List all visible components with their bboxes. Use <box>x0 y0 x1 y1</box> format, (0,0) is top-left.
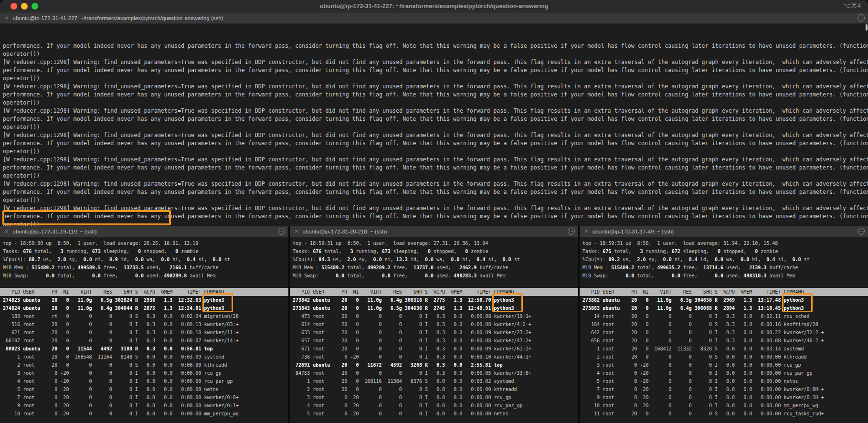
window-title: ubuntu@ip-172-31-41-227: ~/transformers/… <box>0 3 868 10</box>
monitor-pane-3: × ubuntu@ip-172-31-17-49: ~ (ssh) ⋯ top … <box>580 226 868 423</box>
terminal-line: 614 root 20 0 0 0 0 I 0.3 0.0 0:00.08 kw… <box>290 320 578 328</box>
terminal-line: 9 root 0 -20 0 0 0 I 0.0 0.0 0:00.00 kwo… <box>580 393 868 402</box>
terminal-line: 3 root 0 -20 0 0 0 I 0.0 0.0 0:00.00 rcu… <box>290 393 578 402</box>
terminal-line: [W reducer.cpp:1298] Warning: find_unuse… <box>0 204 868 212</box>
terminal-line: 516 root 20 0 0 0 0 I 0.3 0.0 0:00.13 kw… <box>0 320 288 328</box>
terminal-line: 473 root 20 0 0 0 0 I 0.3 0.0 0:00.08 kw… <box>290 312 578 320</box>
terminal-line: [W reducer.cpp:1298] Warning: find_unuse… <box>0 156 868 164</box>
pane1-tab[interactable]: × ubuntu@ip-172-31-19-119: ~ (ssh) ⋯ <box>0 226 288 237</box>
terminal-line: 1 root 20 0 168116 11384 8376 S 0.0 0.0 … <box>290 377 578 385</box>
terminal-line: Tasks: 676 total, 3 running, 673 sleepin… <box>290 247 578 255</box>
pane3-top-output[interactable]: top - 18:59:31 up 8:50, 1 user, load ave… <box>580 237 868 418</box>
pane2-tab-title: ubuntu@ip-172-31-20-218: ~ (ssh) <box>303 229 387 234</box>
main-tab[interactable]: × ubuntu@ip-172-31-41-227: ~/transformer… <box>0 12 868 24</box>
pane2-top-output[interactable]: top - 18:59:31 up 8:50, 1 user, load ave… <box>290 237 578 418</box>
pane1-tab-title: ubuntu@ip-172-31-19-119: ~ (ssh) <box>13 229 97 234</box>
terminal-line: operator()) <box>0 196 868 204</box>
pane3-tab-title: ubuntu@ip-172-31-17-49: ~ (ssh) <box>593 229 674 234</box>
tab-menu-icon[interactable]: ⋯ <box>278 228 285 235</box>
terminal-line: 4 root 0 -20 0 0 0 I 0.0 0.0 0:00.00 rcu… <box>290 402 578 410</box>
terminal-line: performance. If your model indeed never … <box>0 139 868 148</box>
terminal-line: performance. If your model indeed never … <box>0 115 868 123</box>
terminal-line: 86107 root 20 0 0 0 0 I 0.3 0.0 0:00.07 … <box>0 337 288 345</box>
monitor-pane-1: × ubuntu@ip-172-31-19-119: ~ (ssh) ⋯ top… <box>0 226 288 423</box>
terminal-line: 2 root 20 0 0 0 0 S 0.0 0.0 0:00.00 kthr… <box>580 353 868 361</box>
tab-menu-icon[interactable]: ⋯ <box>857 14 865 21</box>
close-tab-icon[interactable]: × <box>5 15 9 21</box>
terminal-line: 3 root 0 -20 0 0 0 I 0.0 0.0 0:00.00 rcu… <box>580 361 868 369</box>
terminal-line: 3 root 0 -20 0 0 0 I 0.0 0.0 0:00.00 rcu… <box>0 369 288 377</box>
terminal-line <box>0 280 288 288</box>
terminal-line: operator()) <box>0 172 868 180</box>
terminal-line: Tasks: 676 total, 3 running, 673 sleepin… <box>0 247 288 255</box>
terminal-line: 274824 ubuntu 20 0 11.0g 6.4g 304044 R 2… <box>0 304 288 312</box>
terminal-line: operator()) <box>0 148 868 156</box>
terminal-line: performance. If your model indeed never … <box>0 42 868 50</box>
training-terminal-pane[interactable]: performance. If your model indeed never … <box>0 24 868 226</box>
terminal-line: 2 root 20 0 0 0 0 S 0.0 0.0 0:00.00 kthr… <box>290 385 578 393</box>
terminal-line: 183 root rt 0 0 0 0 S 0.3 0.0 0:02.04 mi… <box>0 312 288 320</box>
terminal-line: 11 root 20 0 0 0 0 S 0.0 0.0 0:00.00 rcu… <box>580 410 868 418</box>
terminal-line: 5 root 0 -20 0 0 0 I 0.0 0.0 0:00.00 net… <box>580 377 868 385</box>
terminal-line: 274823 ubuntu 20 0 11.0g 6.5g 302824 R 2… <box>0 296 288 304</box>
pane3-tab[interactable]: × ubuntu@ip-172-31-17-49: ~ (ssh) ⋯ <box>580 226 868 237</box>
terminal-line: 88023 ubuntu 20 0 11544 4492 3188 R 0.3 … <box>0 345 288 353</box>
terminal-line: MiB Mem : 515489.2 total, 499589.5 free,… <box>0 264 288 272</box>
window-shortcut-hint: ⌥⌘4 <box>843 2 861 9</box>
terminal-line: 5 root 0 -20 0 0 0 I 0.0 0.0 0:00.00 net… <box>290 410 578 418</box>
close-tab-icon[interactable]: × <box>5 228 9 234</box>
terminal-line: performance. If your model indeed never … <box>0 66 868 74</box>
terminal-line: top - 18:59:30 up 8:50, 1 user, load ave… <box>0 239 288 247</box>
terminal-line: 72691 ubuntu 20 0 11672 4592 3268 R 0.3 … <box>290 361 578 369</box>
terminal-line: 7 root 0 -20 0 0 0 I 0.0 0.0 0:00.00 kwo… <box>580 385 868 393</box>
terminal-line: 10 root 0 -20 0 0 0 I 0.0 0.0 0:00.00 mm… <box>580 402 868 410</box>
terminal-line <box>290 280 578 288</box>
main-tab-title: ubuntu@ip-172-31-41-227: ~/transformers/… <box>13 15 223 21</box>
terminal-line: [W reducer.cpp:1298] Warning: find_unuse… <box>0 107 868 115</box>
terminal-line: %Cpu(s): 88.7 us, 2.0 sy, 0.0 ni, 8.9 id… <box>0 255 288 264</box>
terminal-line: 184 root 20 0 0 0 0 S 0.3 0.0 0:00.16 ks… <box>580 320 868 328</box>
terminal-line: 5 root 0 -20 0 0 0 I 0.0 0.0 0:00.00 net… <box>0 385 288 393</box>
zoom-window-button[interactable] <box>32 3 38 10</box>
pane2-tab[interactable]: × ubuntu@ip-172-31-20-218: ~ (ssh) ⋯ <box>290 226 578 237</box>
terminal-line: 657 root 20 0 0 0 0 I 0.3 0.0 0:00.08 kw… <box>290 337 578 345</box>
close-window-button[interactable] <box>11 3 17 10</box>
training-terminal-output: performance. If your model indeed never … <box>0 42 868 226</box>
terminal-line: 273843 ubuntu 20 0 11.0g 6.5g 304636 R 2… <box>290 304 578 312</box>
terminal-line: 2 root 20 0 0 0 0 S 0.0 0.0 0:00.00 kthr… <box>0 361 288 369</box>
terminal-line: 656 root 20 0 0 0 0 I 0.3 0.0 0:00.08 kw… <box>580 337 868 345</box>
terminal-line: operator()) <box>0 99 868 107</box>
terminal-line: 14 root 20 0 0 0 0 I 0.3 0.0 0:02.11 rcu… <box>580 312 868 320</box>
tab-menu-icon[interactable]: ⋯ <box>857 228 865 235</box>
terminal-line: %Cpu(s): 84.3 us, 2.0 sy, 0.0 ni, 13.3 i… <box>290 255 578 264</box>
pane1-top-output[interactable]: top - 18:59:30 up 8:50, 1 user, load ave… <box>0 237 288 418</box>
terminal-line: [W reducer.cpp:1298] Warning: find_unuse… <box>0 131 868 139</box>
terminal-line: operator()) <box>0 123 868 131</box>
terminal-line: 273882 ubuntu 20 0 11.0g 6.5g 304656 R 2… <box>580 296 868 304</box>
terminal-line: Tasks: 675 total, 3 running, 672 sleepin… <box>580 247 868 255</box>
terminal-line: MiB Swap: 0.0 total, 0.0 free, 0.0 used.… <box>580 272 868 280</box>
terminal-line: 633 root 20 0 0 0 0 I 0.3 0.0 0:00.09 kw… <box>290 328 578 337</box>
terminal-line: MiB Swap: 0.0 total, 0.0 free, 0.0 used.… <box>290 272 578 280</box>
terminal-line: %Cpu(s): 89.2 us, 2.0 sy, 0.0 ni, 8.4 id… <box>580 255 868 264</box>
terminal-line: operator()) <box>0 50 868 58</box>
tab-menu-icon[interactable]: ⋯ <box>568 228 575 235</box>
minimize-window-button[interactable] <box>21 3 28 10</box>
terminal-line: 1 root 20 0 168412 11332 8328 S 0.0 0.0 … <box>580 345 868 353</box>
terminal-line: performance. If your model indeed never … <box>0 188 868 196</box>
terminal-line: PID USER PR NI VIRT RES SHR S %CPU %MEM … <box>0 288 288 296</box>
title-bar: ubuntu@ip-172-31-41-227: ~/transformers/… <box>0 0 868 12</box>
close-tab-icon[interactable]: × <box>584 228 588 234</box>
terminal-line: 7 root 0 -20 0 0 0 I 0.0 0.0 0:00.00 kwo… <box>0 393 288 402</box>
terminal-line: 273842 ubuntu 20 0 11.0g 6.4g 306316 R 2… <box>290 296 578 304</box>
traffic-lights <box>11 3 38 10</box>
terminal-line: MiB Mem : 515489.2 total, 499289.2 free,… <box>290 264 578 272</box>
terminal-line: top - 18:59:31 up 8:50, 1 user, load ave… <box>290 239 578 247</box>
terminal-line: operator()) <box>0 221 868 226</box>
scrollbar-thumb[interactable] <box>866 24 868 31</box>
bottom-split: × ubuntu@ip-172-31-19-119: ~ (ssh) ⋯ top… <box>0 226 868 423</box>
terminal-line: operator()) <box>0 74 868 83</box>
terminal-line: 10 root 0 -20 0 0 0 I 0.0 0.0 0:00.00 mm… <box>0 410 288 418</box>
terminal-line: 642 root 20 0 0 0 0 I 0.3 0.0 0:00.22 kw… <box>580 328 868 337</box>
close-tab-icon[interactable]: × <box>295 228 298 234</box>
